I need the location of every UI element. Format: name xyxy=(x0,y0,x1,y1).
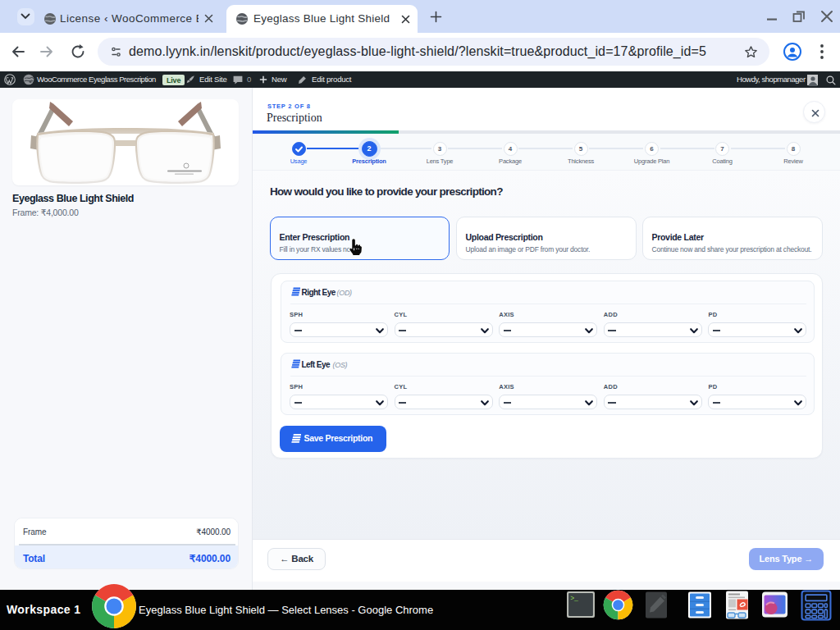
svg-text:>_: >_ xyxy=(570,595,578,602)
